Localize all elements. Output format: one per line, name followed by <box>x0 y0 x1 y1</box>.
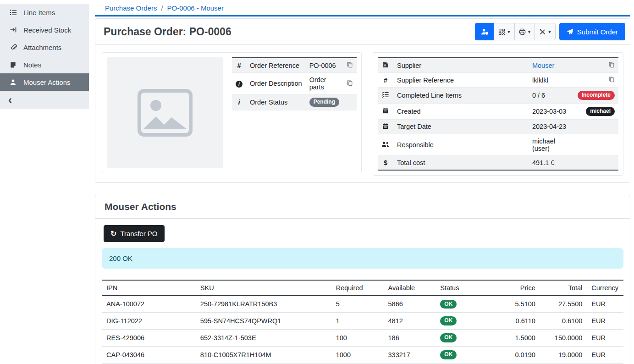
cell-total: 19.0000 <box>540 346 587 363</box>
ok-badge: OK <box>440 300 457 309</box>
ok-badge: OK <box>440 350 457 359</box>
print-actions-button[interactable]: ▾ <box>514 23 535 40</box>
sidebar-item-received-stock[interactable]: Received Stock <box>0 21 89 39</box>
field-label: Supplier Reference <box>393 73 529 88</box>
cell-price: 1.5000 <box>498 330 540 347</box>
order-toolbar: ▾ ▾ ▾ <box>475 23 625 40</box>
cell-currency: EUR <box>587 330 623 347</box>
cell-price: 5.5100 <box>498 296 540 313</box>
image-placeholder-icon <box>138 89 193 137</box>
order-info-box: # Order Reference PO-0006 i <box>102 52 362 173</box>
row-order-reference: # Order Reference PO-0006 <box>232 58 357 73</box>
barcode-actions-button[interactable]: ▾ <box>494 23 515 40</box>
note-icon <box>9 61 17 69</box>
breadcrumb: Purchase Orders / PO-0006 - Mouser <box>95 3 630 17</box>
dollar-icon: $ <box>378 155 393 170</box>
row-target-date: Target Date 2023-04-23 <box>378 119 618 134</box>
cell-ipn: DIG-112022 <box>102 313 196 330</box>
chevron-left-icon: ‹ <box>8 94 12 106</box>
ok-badge: OK <box>440 316 457 325</box>
cell-status: OK <box>436 296 498 313</box>
copy-icon[interactable] <box>347 61 353 68</box>
main-content: Purchase Orders / PO-0006 - Mouser Purch… <box>89 0 634 364</box>
sidebar-item-notes[interactable]: Notes <box>0 56 89 73</box>
hash-icon: # <box>232 58 246 73</box>
cell-sku: 652-3314Z-1-503E <box>196 330 331 347</box>
col-header-currency: Currency <box>587 280 623 296</box>
field-label: Order Status <box>246 94 306 110</box>
cell-available: 5866 <box>384 296 436 313</box>
col-header-price: Price <box>498 280 540 296</box>
panel-header: Mouser Actions <box>95 195 630 219</box>
field-label: Order Description <box>246 73 306 94</box>
hash-icon: # <box>378 73 393 88</box>
cell-ipn: CAP-043046 <box>102 346 196 363</box>
order-details: # Order Reference PO-0006 i <box>95 45 630 182</box>
field-value: 2023-04-23 <box>529 119 573 134</box>
page-title: Purchase Order: PO-0006 <box>104 26 232 38</box>
cell-total: 150.0000 <box>540 330 587 347</box>
field-value: lklklkl <box>529 73 573 88</box>
checklist-icon <box>382 92 389 99</box>
row-order-status: i Order Status Pending <box>232 94 357 110</box>
field-value: 491.1 € <box>529 155 573 170</box>
sidebar-item-label: Received Stock <box>23 26 71 34</box>
ok-badge: OK <box>440 333 457 342</box>
col-header-ipn: IPN <box>102 280 196 296</box>
copy-icon[interactable] <box>347 80 353 86</box>
submit-order-button[interactable]: Submit Order <box>559 23 625 40</box>
order-info-table: # Order Reference PO-0006 i <box>232 57 357 110</box>
table-row: RES-429006 652-3314Z-1-503E 100 186 OK 1… <box>102 330 623 347</box>
user-shield-icon <box>481 28 489 35</box>
approve-user-button[interactable] <box>475 23 494 40</box>
panel-body: ↻ Transfer PO 200 OK IPN SKU <box>95 219 630 364</box>
field-label: Created <box>393 103 529 119</box>
calendar-icon <box>382 108 389 115</box>
cell-required: 100 <box>331 330 384 347</box>
cell-price: 0.6110 <box>498 313 540 330</box>
status-alert: 200 OK <box>102 248 623 269</box>
mouser-actions-panel: Mouser Actions ↻ Transfer PO 200 OK <box>95 195 630 364</box>
supplier-info-table: Supplier Mouser # Supplier Re <box>378 57 618 171</box>
cell-ipn: ANA-100072 <box>102 296 196 313</box>
col-header-total: Total <box>540 280 587 296</box>
user-badge: michael <box>586 107 615 116</box>
cell-required: 1000 <box>331 346 384 363</box>
paperclip-icon <box>9 44 17 51</box>
sidebar-item-line-items[interactable]: Line Items <box>0 4 89 21</box>
cell-sku: 810-C1005X7R1H104M <box>196 346 331 363</box>
row-total-cost: $ Total cost 491.1 € <box>378 155 618 170</box>
cell-total: 27.5500 <box>540 296 587 313</box>
cell-sku: 595-SN74HCS74QPWRQ1 <box>196 313 331 330</box>
field-value: 0 / 6 <box>529 88 573 104</box>
table-row: ANA-100072 250-72981KLRATR150B3 5 5866 O… <box>102 296 623 313</box>
order-header-card: Purchase Order: PO-0006 ▾ <box>95 18 630 183</box>
order-options-button[interactable]: ▾ <box>535 23 556 40</box>
breadcrumb-link-current[interactable]: PO-0006 - Mouser <box>167 4 224 12</box>
sidebar-item-attachments[interactable]: Attachments <box>0 39 89 56</box>
cell-ipn: RES-429006 <box>102 330 196 347</box>
sidebar-item-label: Notes <box>23 61 41 69</box>
cell-currency: EUR <box>587 296 623 313</box>
breadcrumb-link-purchase-orders[interactable]: Purchase Orders <box>105 4 157 12</box>
users-icon <box>381 142 389 149</box>
copy-icon[interactable] <box>608 61 615 68</box>
cell-required: 1 <box>331 313 384 330</box>
transfer-po-button[interactable]: ↻ Transfer PO <box>104 225 165 242</box>
copy-icon[interactable] <box>608 76 615 83</box>
sidebar-item-label: Mouser Actions <box>23 78 71 86</box>
order-actions-group: ▾ ▾ ▾ <box>475 23 556 40</box>
supplier-link[interactable]: Mouser <box>532 62 554 69</box>
cell-sku: 250-72981KLRATR150B3 <box>196 296 331 313</box>
col-header-sku: SKU <box>196 280 331 296</box>
chevron-down-icon: ▾ <box>528 29 531 34</box>
incomplete-badge: Incomplete <box>578 91 615 100</box>
row-supplier: Supplier Mouser <box>378 58 618 73</box>
table-row: CAP-043046 810-C1005X7R1H104M 1000 33321… <box>102 346 623 363</box>
sidebar-collapse-button[interactable]: ‹ <box>0 91 89 109</box>
row-responsible: Responsible michael (user) <box>378 134 618 155</box>
cell-available: 4812 <box>384 313 436 330</box>
field-label: Target Date <box>393 119 529 134</box>
cell-status: OK <box>436 346 498 363</box>
sidebar-item-mouser-actions[interactable]: Mouser Actions <box>0 73 89 91</box>
